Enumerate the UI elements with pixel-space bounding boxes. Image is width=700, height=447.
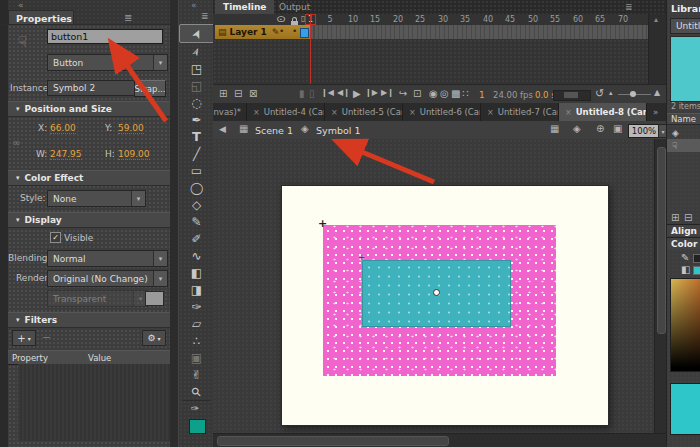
- render-dropdown[interactable]: Original (No Change) ▾: [47, 270, 168, 287]
- hand-tool[interactable]: ✌: [179, 366, 214, 383]
- color-picker-field[interactable]: [670, 278, 700, 372]
- polystar-tool[interactable]: ◇: [179, 196, 214, 213]
- fill-color-swatch-small[interactable]: [693, 266, 700, 275]
- show-hide-all-layers-icon[interactable]: ⊙: [276, 14, 286, 24]
- align-panel-header[interactable]: Align: [667, 224, 700, 236]
- close-icon[interactable]: ×: [487, 108, 494, 117]
- free-transform-tool[interactable]: ◳: [179, 60, 214, 77]
- section-filters[interactable]: ▾ Filters: [8, 312, 178, 328]
- pen-tool[interactable]: ✒: [179, 111, 214, 128]
- document-tab[interactable]: × Untitled-5 (Canvas)*: [325, 103, 403, 121]
- fill-color-swatch[interactable]: [189, 419, 206, 434]
- paint-bucket-tool[interactable]: ◧: [179, 264, 214, 281]
- document-tab-partial[interactable]: (Canvas)* ×: [213, 103, 247, 121]
- edit-multiple-frames-icon[interactable]: ⊡: [413, 89, 421, 99]
- timeline-h-scrollbar[interactable]: [553, 90, 591, 101]
- text-tool[interactable]: T: [179, 128, 214, 145]
- stroke-color-swatch[interactable]: [693, 254, 700, 263]
- eraser-tool[interactable]: ▱: [179, 315, 214, 332]
- canvas-h-scrollbar[interactable]: [213, 433, 666, 447]
- playhead-line[interactable]: [310, 14, 311, 84]
- library-document-dropdown[interactable]: Untitled-8: [670, 18, 700, 34]
- bone-tool[interactable]: ∿: [179, 247, 214, 264]
- properties-tab[interactable]: Properties: [8, 10, 74, 25]
- instance-name-input[interactable]: [47, 29, 163, 44]
- close-icon[interactable]: ×: [253, 108, 260, 117]
- library-new-folder-button[interactable]: ⊟: [684, 212, 692, 223]
- document-tab[interactable]: × Untitled-6 (Canvas)*: [403, 103, 481, 121]
- onion-settings-icon[interactable]: ∷: [462, 89, 468, 99]
- go-first-frame-button[interactable]: ❙◀: [321, 89, 334, 97]
- canvas-pasteboard[interactable]: + +: [213, 139, 654, 433]
- timeline-zoom-slider[interactable]: [618, 94, 651, 95]
- spray-brush-tool[interactable]: ∴: [179, 332, 214, 349]
- document-tab[interactable]: × Untitled-7 (Canvas)*: [481, 103, 559, 121]
- close-icon[interactable]: ×: [331, 108, 338, 117]
- layer-outline-color-swatch[interactable]: [300, 28, 309, 38]
- library-new-symbol-button[interactable]: ⊞: [671, 212, 679, 223]
- center-stage-button[interactable]: ⊕: [596, 124, 604, 134]
- layer-frames-strip[interactable]: [310, 25, 648, 40]
- document-tab-active[interactable]: × Untitled-8 (Canvas)*: [559, 103, 647, 121]
- filter-options-button[interactable]: ⚙ ▾: [142, 330, 166, 346]
- lasso-tool[interactable]: ◌: [179, 94, 214, 111]
- fit-in-window-button[interactable]: ▣: [613, 124, 622, 134]
- current-frame-value[interactable]: 1: [479, 90, 485, 100]
- tools-menu-icon[interactable]: ≣: [201, 11, 209, 21]
- collapse-tools-icon[interactable]: «: [191, 0, 197, 10]
- stroke-color-icon[interactable]: ✎: [681, 252, 689, 263]
- tab-timeline[interactable]: Timeline: [215, 0, 274, 14]
- color-panel-header[interactable]: Color: [667, 237, 700, 249]
- w-value[interactable]: 247.95: [50, 149, 82, 160]
- constrain-icon[interactable]: ∞: [12, 137, 20, 148]
- scene-breadcrumb[interactable]: Scene 1: [255, 125, 293, 136]
- library-item-symbol[interactable]: ◈: [667, 126, 700, 139]
- subselection-tool[interactable]: ➢: [179, 43, 214, 60]
- close-icon[interactable]: ×: [565, 108, 572, 117]
- library-panel-header[interactable]: Library: [667, 0, 700, 16]
- x-value[interactable]: 66.00: [50, 123, 76, 134]
- canvas-h-scrollbar-thumb[interactable]: [217, 436, 449, 446]
- timeline-zoom-slider-knob[interactable]: [630, 91, 636, 97]
- layer-visibility-dot[interactable]: •: [279, 26, 284, 36]
- onion-skin-outline-icon[interactable]: ◎: [440, 89, 449, 99]
- canvas-v-scrollbar-thumb[interactable]: [657, 147, 666, 334]
- brush-tool[interactable]: ✐: [179, 230, 214, 247]
- timeline-scrollbar[interactable]: ▴: [648, 14, 667, 84]
- zoom-in-timeline-icon[interactable]: ▲: [654, 89, 660, 97]
- eyedropper-tool[interactable]: ✑: [179, 298, 214, 315]
- delete-layer-button[interactable]: ⊠: [249, 89, 257, 99]
- panel-gutter[interactable]: [170, 0, 178, 447]
- play-button[interactable]: ▶: [353, 89, 361, 99]
- onion-markers-icon[interactable]: ▩: [451, 89, 460, 99]
- back-button[interactable]: ◀: [219, 125, 226, 134]
- document-tab[interactable]: × Untitled-4 (Canvas)*: [247, 103, 325, 121]
- section-color-effect[interactable]: ▾ Color Effect: [8, 170, 178, 186]
- instance-of-field[interactable]: Symbol 2: [47, 80, 136, 96]
- zoom-level-dropdown[interactable]: 100%: [628, 124, 660, 138]
- section-position-size[interactable]: ▾ Position and Size: [8, 101, 178, 117]
- onion-skin-icon[interactable]: ◉: [429, 89, 438, 99]
- selection-tool[interactable]: ➤: [179, 24, 216, 43]
- scroll-up-icon[interactable]: ▴: [654, 15, 658, 24]
- stage[interactable]: + +: [281, 185, 609, 426]
- gradient-transform-tool[interactable]: ◱: [179, 77, 214, 94]
- go-last-frame-button[interactable]: ▶❙: [381, 89, 394, 97]
- loop-range-icon[interactable]: ↪: [399, 89, 407, 99]
- step-back-button[interactable]: ◀❙: [337, 89, 350, 97]
- layer-row[interactable]: ▤ Layer 1 ✎ • •: [213, 25, 666, 39]
- step-forward-button[interactable]: ❙▶: [365, 89, 378, 97]
- close-icon[interactable]: ×: [409, 108, 416, 117]
- new-layer-button[interactable]: ⊞: [219, 89, 227, 99]
- timeline-h-scrollbar-thumb[interactable]: [564, 92, 578, 98]
- y-value[interactable]: 59.00: [118, 123, 144, 134]
- reset-zoom-icon[interactable]: ↺: [595, 88, 604, 99]
- swap-button[interactable]: Swap...: [134, 80, 166, 97]
- library-item-button[interactable]: ☟: [667, 139, 700, 152]
- edit-symbols-button[interactable]: ◈: [573, 124, 581, 134]
- fill-color-icon[interactable]: ◧: [681, 264, 690, 275]
- layer-lock-dot[interactable]: •: [292, 26, 297, 36]
- rectangle-tool[interactable]: ▭: [179, 162, 214, 179]
- frame-rate-value[interactable]: 24.00 fps: [493, 90, 533, 100]
- tab-output[interactable]: Output: [271, 0, 318, 14]
